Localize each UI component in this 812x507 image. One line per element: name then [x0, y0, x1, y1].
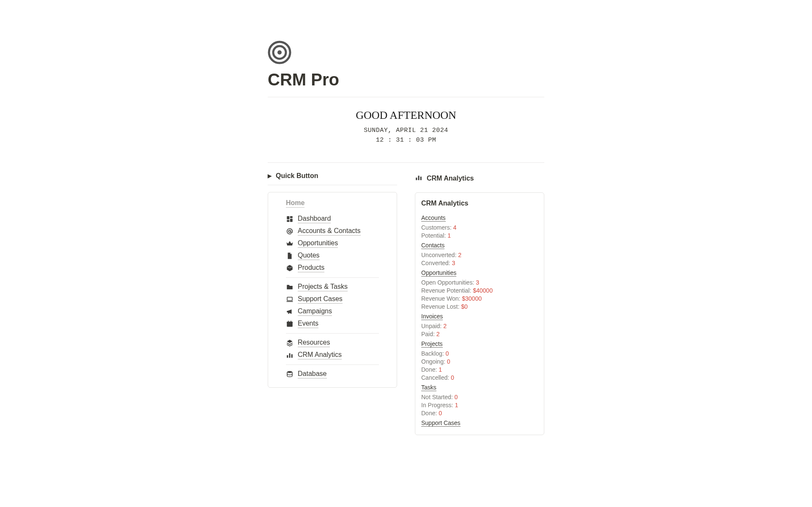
- nav-label: Accounts & Contacts: [298, 227, 361, 236]
- svg-rect-15: [291, 354, 293, 358]
- toggle-triangle-icon: ▶: [268, 173, 272, 179]
- megaphone-icon: [286, 308, 294, 315]
- quick-button-label: Quick Button: [276, 172, 318, 180]
- svg-rect-13: [287, 355, 288, 358]
- layers-icon: [286, 339, 294, 347]
- cat-contacts[interactable]: Contacts: [421, 242, 444, 249]
- nav-projects-tasks[interactable]: Projects & Tasks: [286, 283, 379, 291]
- svg-rect-17: [416, 178, 417, 180]
- metric: Revenue Lost: $0: [421, 303, 538, 310]
- metric: Backlog: 0: [421, 350, 538, 357]
- metric: In Progress: 1: [421, 402, 538, 408]
- nav-label: Opportunities: [298, 239, 338, 248]
- calendar-icon: [286, 320, 294, 328]
- nav-accounts-contacts[interactable]: Accounts & Contacts: [286, 227, 379, 236]
- nav-products[interactable]: Products: [286, 264, 379, 272]
- chart-icon: [415, 174, 422, 183]
- nav-label: Database: [298, 370, 327, 378]
- metric: Cancelled: 0: [421, 374, 538, 381]
- date-text: SUNDAY, APRIL 21 2024: [268, 127, 544, 134]
- nav-campaigns[interactable]: Campaigns: [286, 307, 379, 316]
- page-title: CRM Pro: [268, 70, 544, 89]
- divider: [286, 277, 379, 278]
- analytics-card: CRM Analytics Accounts Customers: 4 Pote…: [415, 192, 544, 435]
- cat-opportunities[interactable]: Opportunities: [421, 269, 456, 277]
- metric: Converted: 3: [421, 260, 538, 266]
- nav-dashboard[interactable]: Dashboard: [286, 215, 379, 223]
- nav-label: Resources: [298, 339, 330, 347]
- nav-home-label[interactable]: Home: [286, 199, 304, 208]
- nav-crm-analytics[interactable]: CRM Analytics: [286, 351, 379, 359]
- nav-opportunities[interactable]: Opportunities: [286, 239, 379, 248]
- file-icon: [286, 252, 294, 260]
- folder-icon: [286, 283, 294, 291]
- database-icon: [286, 370, 294, 378]
- svg-rect-6: [290, 219, 293, 222]
- svg-rect-10: [287, 322, 293, 323]
- time-text: 12 : 31 : 03 PM: [268, 137, 544, 144]
- metric: Potential: 1: [421, 232, 538, 239]
- svg-rect-4: [290, 216, 293, 218]
- svg-rect-14: [289, 354, 291, 358]
- svg-rect-8: [287, 297, 292, 301]
- metric: Open Opportunities: 3: [421, 279, 538, 286]
- nav-resources[interactable]: Resources: [286, 339, 379, 347]
- divider: [286, 333, 379, 334]
- metric: Done: 1: [421, 366, 538, 373]
- svg-rect-19: [420, 177, 422, 180]
- greeting-text: GOOD AFTERNOON: [268, 109, 544, 122]
- nav-label: CRM Analytics: [298, 351, 342, 359]
- nav-support-cases[interactable]: Support Cases: [286, 295, 379, 304]
- svg-point-16: [287, 371, 292, 373]
- laptop-icon: [286, 296, 294, 303]
- chart-icon: [286, 351, 294, 359]
- svg-rect-18: [418, 176, 420, 181]
- cat-projects[interactable]: Projects: [421, 340, 443, 348]
- cat-tasks[interactable]: Tasks: [421, 384, 436, 391]
- analytics-card-title: CRM Analytics: [421, 200, 538, 207]
- metric: Unpaid: 2: [421, 323, 538, 329]
- nav-events[interactable]: Events: [286, 320, 379, 328]
- svg-rect-5: [287, 220, 289, 222]
- box-icon: [286, 264, 294, 272]
- analytics-header: CRM Analytics: [415, 174, 544, 183]
- divider: [286, 364, 379, 365]
- metric: Paid: 2: [421, 331, 538, 337]
- nav-label: Dashboard: [298, 215, 331, 223]
- cat-invoices[interactable]: Invoices: [421, 313, 443, 320]
- analytics-header-label: CRM Analytics: [427, 175, 474, 182]
- crown-icon: [286, 240, 294, 247]
- at-icon: [286, 227, 294, 235]
- svg-point-2: [277, 50, 282, 55]
- nav-label: Products: [298, 264, 324, 272]
- metric: Ongoing: 0: [421, 358, 538, 365]
- cat-accounts[interactable]: Accounts: [421, 214, 446, 222]
- dashboard-icon: [286, 215, 294, 223]
- nav-label: Events: [298, 320, 318, 328]
- quick-button-toggle[interactable]: ▶ Quick Button: [268, 172, 397, 185]
- metric: Customers: 4: [421, 224, 538, 231]
- metric: Revenue Won: $30000: [421, 295, 538, 302]
- nav-label: Projects & Tasks: [298, 283, 348, 291]
- svg-rect-3: [287, 216, 289, 219]
- metric: Unconverted: 2: [421, 252, 538, 258]
- nav-label: Support Cases: [298, 295, 343, 304]
- app-logo: [268, 41, 544, 66]
- divider: [268, 162, 544, 163]
- metric: Not Started: 0: [421, 394, 538, 400]
- nav-database[interactable]: Database: [286, 370, 379, 378]
- nav-quotes[interactable]: Quotes: [286, 252, 379, 260]
- nav-label: Quotes: [298, 252, 320, 260]
- cat-support-cases[interactable]: Support Cases: [421, 419, 461, 427]
- nav-card: Home Dashboard Accounts & Contacts Oppor…: [268, 192, 397, 388]
- divider: [268, 97, 544, 97]
- metric: Done: 0: [421, 410, 538, 417]
- nav-label: Campaigns: [298, 307, 332, 316]
- metric: Revenue Potential: $40000: [421, 287, 538, 294]
